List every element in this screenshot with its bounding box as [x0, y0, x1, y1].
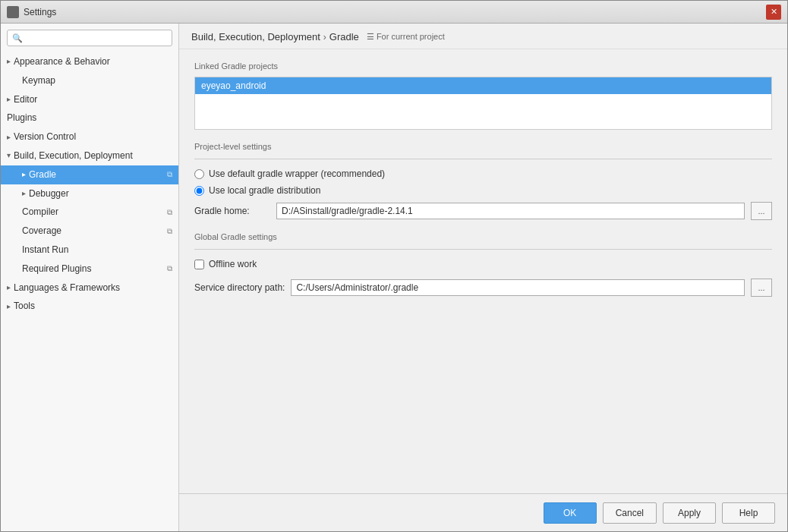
radio-local-distribution-input[interactable] — [194, 186, 204, 196]
copy-icon: ⧉ — [167, 226, 172, 237]
sidebar-item-label: Keymap — [22, 74, 55, 87]
linked-projects-list[interactable]: eyeyao_android — [194, 77, 772, 130]
nav-tree: ▸ Appearance & Behavior Keymap ▸ Editor … — [1, 52, 178, 531]
global-settings-label: Global Gradle settings — [194, 232, 772, 241]
offline-work-label[interactable]: Offline work — [209, 259, 257, 269]
sidebar-item-label: Gradle — [29, 168, 56, 181]
sidebar-item-label: Appearance & Behavior — [14, 55, 110, 68]
app-icon — [7, 6, 19, 18]
arrow-icon: ▸ — [22, 169, 26, 180]
apply-button[interactable]: Apply — [663, 502, 716, 524]
sidebar-item-label: Plugins — [7, 112, 36, 124]
search-box[interactable]: 🔍 — [7, 30, 172, 46]
gradle-home-input[interactable] — [276, 203, 745, 219]
divider — [194, 159, 772, 159]
close-button[interactable]: ✕ — [766, 5, 781, 20]
breadcrumb-parent: Build, Execution, Deployment — [191, 31, 320, 42]
radio-default-wrapper-label[interactable]: Use default gradle wrapper (recommended) — [209, 168, 385, 179]
sidebar-item-label: Languages & Frameworks — [14, 282, 120, 294]
sidebar-item-build[interactable]: ▾ Build, Execution, Deployment — [1, 146, 178, 165]
sidebar-item-editor[interactable]: ▸ Editor — [1, 90, 178, 109]
project-settings-label: Project-level settings — [194, 142, 772, 151]
list-item[interactable]: eyeyao_android — [195, 77, 771, 94]
breadcrumb-separator: › — [323, 32, 326, 42]
radio-default-wrapper-input[interactable] — [194, 169, 204, 179]
arrow-icon: ▸ — [7, 94, 11, 105]
service-directory-row: Service directory path: ... — [194, 279, 772, 297]
sidebar-item-version-control[interactable]: ▸ Version Control — [1, 127, 178, 146]
sidebar-item-required-plugins[interactable]: Required Plugins ⧉ — [1, 260, 178, 279]
sidebar-item-compiler[interactable]: Compiler ⧉ — [1, 203, 178, 222]
sidebar-item-debugger[interactable]: ▸ Debugger — [1, 184, 178, 203]
copy-icon: ⧉ — [167, 207, 172, 218]
radio-local-distribution-label[interactable]: Use local gradle distribution — [209, 185, 320, 196]
sidebar-item-label: Build, Execution, Deployment — [14, 150, 133, 162]
breadcrumb-current: Gradle — [329, 31, 359, 42]
main-content: 🔍 ▸ Appearance & Behavior Keymap ▸ Edito… — [1, 24, 787, 531]
sidebar-item-plugins[interactable]: Plugins — [1, 109, 178, 127]
divider — [194, 249, 772, 250]
settings-content: Linked Gradle projects eyeyao_android Pr… — [179, 49, 787, 493]
settings-window: Settings ✕ 🔍 ▸ Appearance & Behavior Key… — [0, 0, 788, 532]
sidebar-item-gradle[interactable]: ▸ Gradle ⧉ — [1, 165, 178, 184]
sidebar-item-label: Compiler — [22, 206, 58, 219]
sidebar-item-languages[interactable]: ▸ Languages & Frameworks — [1, 279, 178, 297]
sidebar-item-coverage[interactable]: Coverage ⧉ — [1, 222, 178, 241]
arrow-icon: ▸ — [7, 56, 11, 67]
arrow-icon: ▸ — [7, 301, 11, 312]
sidebar-item-label: Debugger — [29, 187, 69, 200]
sidebar: 🔍 ▸ Appearance & Behavior Keymap ▸ Edito… — [1, 24, 179, 531]
sidebar-item-label: Coverage — [22, 225, 61, 238]
copy-icon: ⧉ — [167, 169, 172, 180]
offline-work-row: Offline work — [194, 259, 772, 269]
offline-work-checkbox[interactable] — [194, 260, 204, 269]
sidebar-item-label: Editor — [14, 93, 37, 106]
sidebar-item-label: Version Control — [14, 131, 76, 143]
sidebar-item-label: Tools — [14, 300, 35, 313]
search-input[interactable] — [26, 33, 167, 43]
arrow-icon: ▸ — [7, 132, 11, 143]
sidebar-item-instant-run[interactable]: Instant Run — [1, 241, 178, 260]
content-pane: Build, Execution, Deployment › Gradle ☰ … — [179, 24, 787, 531]
bottom-bar: OK Cancel Apply Help — [179, 493, 787, 531]
ok-button[interactable]: OK — [544, 502, 597, 524]
search-icon: 🔍 — [12, 33, 23, 43]
service-directory-input[interactable] — [291, 279, 745, 296]
sidebar-item-tools[interactable]: ▸ Tools — [1, 297, 178, 316]
sidebar-item-appearance[interactable]: ▸ Appearance & Behavior — [1, 52, 178, 71]
radio-default-wrapper: Use default gradle wrapper (recommended) — [194, 168, 772, 179]
arrow-icon: ▾ — [7, 150, 11, 161]
sidebar-item-label: Instant Run — [22, 244, 68, 257]
copy-icon: ⧉ — [167, 263, 172, 274]
service-directory-browse-button[interactable]: ... — [751, 279, 772, 297]
linked-projects-label: Linked Gradle projects — [194, 61, 772, 71]
service-directory-label: Service directory path: — [194, 282, 285, 293]
sidebar-item-keymap[interactable]: Keymap — [1, 71, 178, 90]
radio-local-distribution: Use local gradle distribution — [194, 185, 772, 196]
cancel-button[interactable]: Cancel — [603, 502, 657, 524]
breadcrumb: Build, Execution, Deployment › Gradle ☰ … — [179, 24, 787, 49]
gradle-home-browse-button[interactable]: ... — [751, 202, 772, 220]
gradle-home-row: Gradle home: ... — [194, 202, 772, 220]
gradle-home-label: Gradle home: — [194, 206, 270, 216]
arrow-icon: ▸ — [22, 188, 26, 199]
sidebar-item-label: Required Plugins — [22, 263, 91, 275]
arrow-icon: ▸ — [7, 282, 11, 293]
title-bar: Settings ✕ — [1, 1, 787, 24]
for-project-label: ☰ For current project — [367, 32, 445, 42]
window-title: Settings — [24, 7, 766, 17]
help-button[interactable]: Help — [722, 502, 775, 524]
